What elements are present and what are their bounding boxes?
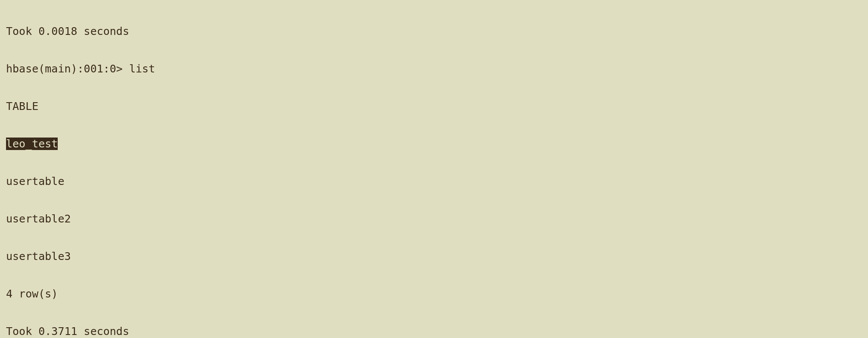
output-line: TABLE bbox=[6, 100, 862, 113]
prompt-line-1: hbase(main):001:0> list bbox=[6, 63, 862, 75]
output-line: usertable bbox=[6, 175, 862, 188]
output-line: usertable3 bbox=[6, 250, 862, 263]
output-line: Took 0.0018 seconds bbox=[6, 25, 862, 38]
output-line: 4 row(s) bbox=[6, 288, 862, 300]
terminal-pane[interactable]: Took 0.0018 seconds hbase(main):001:0> l… bbox=[0, 0, 868, 338]
highlighted-text: leo_test bbox=[6, 138, 58, 150]
output-line: usertable2 bbox=[6, 213, 862, 225]
output-line-highlight: leo_test bbox=[6, 138, 862, 150]
output-line: Took 0.3711 seconds bbox=[6, 325, 862, 338]
